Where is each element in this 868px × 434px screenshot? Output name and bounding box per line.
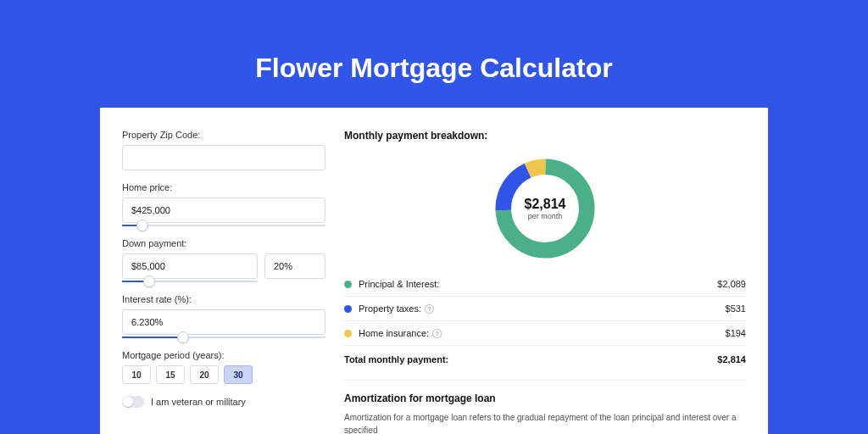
home-price-input[interactable] — [122, 198, 326, 223]
toggle-knob — [123, 397, 133, 407]
period-btn-10[interactable]: 10 — [122, 365, 151, 384]
period-btn-15[interactable]: 15 — [156, 365, 185, 384]
dot-icon — [344, 281, 352, 288]
period-field: Mortgage period (years): 10 15 20 30 — [122, 350, 326, 384]
period-btn-20[interactable]: 20 — [190, 365, 219, 384]
down-payment-amount-input[interactable] — [122, 253, 258, 279]
zip-input[interactable] — [122, 145, 326, 170]
breakdown-title: Monthly payment breakdown: — [344, 130, 746, 142]
amortization-section: Amortization for mortgage loan Amortizat… — [344, 380, 746, 434]
legend-value: $531 — [726, 303, 746, 314]
donut-amount: $2,814 — [525, 197, 566, 212]
page-title: Flower Mortgage Calculator — [0, 0, 868, 108]
period-btn-30[interactable]: 30 — [224, 365, 253, 384]
down-payment-field: Down payment: — [122, 238, 326, 282]
interest-field: Interest rate (%): — [122, 294, 326, 338]
home-price-label: Home price: — [122, 182, 326, 192]
legend-label: Property taxes: ? — [359, 303, 726, 314]
donut-sub: per month — [525, 212, 566, 220]
slider-thumb[interactable] — [143, 275, 155, 287]
period-options: 10 15 20 30 — [122, 365, 326, 384]
interest-slider[interactable] — [122, 337, 326, 338]
slider-thumb[interactable] — [136, 220, 148, 231]
legend-row-total: Total monthly payment: $2,814 — [344, 346, 746, 373]
calculator-card: Property Zip Code: Home price: Down paym… — [100, 108, 768, 434]
donut-chart: $2,814 per month — [490, 153, 600, 264]
legend-label: Principal & Interest: — [359, 279, 717, 289]
legend-row-principal: Principal & Interest: $2,089 — [344, 272, 746, 297]
legend-text: Home insurance: — [359, 328, 429, 338]
veteran-toggle-row: I am veteran or military — [122, 396, 326, 408]
down-payment-slider[interactable] — [122, 281, 258, 282]
zip-field: Property Zip Code: — [122, 130, 326, 170]
down-payment-pct-input[interactable] — [264, 253, 326, 279]
total-value: $2,814 — [717, 354, 746, 364]
breakdown-column: Monthly payment breakdown: $2,814 per mo… — [344, 130, 746, 434]
donut-center: $2,814 per month — [525, 197, 566, 220]
down-payment-label: Down payment: — [122, 238, 326, 248]
dot-icon — [344, 330, 352, 337]
period-label: Mortgage period (years): — [122, 350, 326, 360]
legend-text: Property taxes: — [359, 303, 421, 314]
zip-label: Property Zip Code: — [122, 130, 326, 140]
home-price-slider[interactable] — [122, 225, 326, 226]
slider-thumb[interactable] — [177, 331, 189, 343]
form-column: Property Zip Code: Home price: Down paym… — [122, 130, 326, 434]
dot-icon — [344, 305, 352, 313]
donut-chart-wrap: $2,814 per month — [344, 148, 746, 272]
home-price-field: Home price: — [122, 182, 326, 226]
amortization-text: Amortization for a mortgage loan refers … — [344, 411, 746, 434]
veteran-label: I am veteran or military — [151, 397, 246, 407]
legend: Principal & Interest: $2,089 Property ta… — [344, 272, 746, 373]
help-icon[interactable]: ? — [425, 304, 434, 314]
help-icon[interactable]: ? — [432, 329, 442, 338]
amortization-title: Amortization for mortgage loan — [344, 392, 746, 404]
legend-value: $2,089 — [717, 279, 746, 289]
legend-row-insurance: Home insurance: ? $194 — [344, 321, 746, 346]
total-label: Total monthly payment: — [344, 354, 717, 364]
interest-label: Interest rate (%): — [122, 294, 326, 304]
interest-input[interactable] — [122, 309, 326, 335]
legend-label: Home insurance: ? — [359, 328, 726, 338]
veteran-toggle[interactable] — [122, 396, 144, 408]
legend-row-taxes: Property taxes: ? $531 — [344, 297, 746, 321]
legend-value: $194 — [726, 328, 746, 338]
